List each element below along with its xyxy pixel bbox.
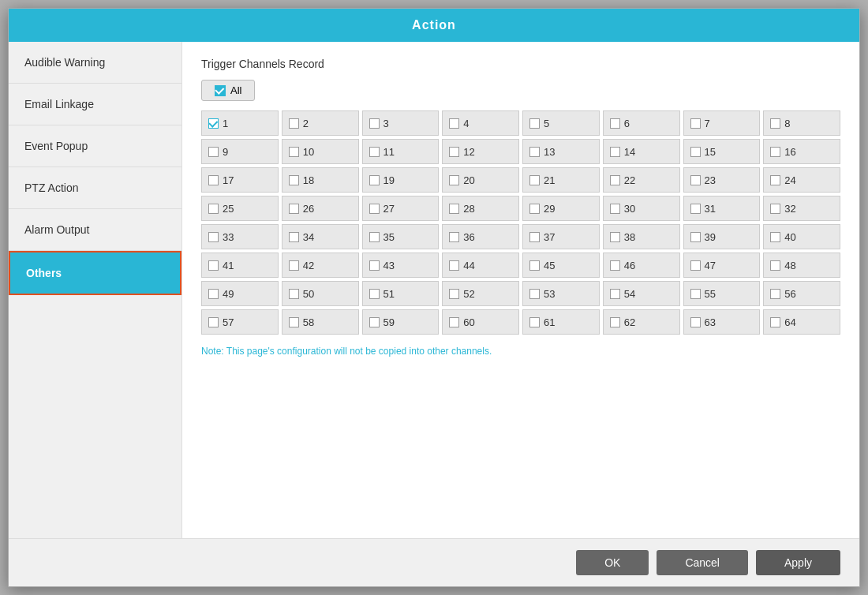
channel-checkbox-63[interactable] (690, 317, 701, 327)
channel-checkbox-12[interactable] (449, 147, 459, 157)
channel-cell-23[interactable]: 23 (683, 167, 761, 193)
channel-cell-42[interactable]: 42 (282, 253, 359, 278)
channel-checkbox-25[interactable] (208, 204, 219, 214)
channel-checkbox-21[interactable] (529, 175, 540, 185)
channel-cell-61[interactable]: 61 (522, 309, 600, 335)
apply-button[interactable]: Apply (756, 550, 840, 575)
channel-checkbox-50[interactable] (289, 289, 299, 299)
channel-cell-38[interactable]: 38 (603, 224, 680, 249)
channel-checkbox-23[interactable] (690, 175, 701, 185)
channel-cell-44[interactable]: 44 (442, 253, 519, 278)
channel-cell-16[interactable]: 16 (763, 139, 840, 164)
channel-checkbox-42[interactable] (289, 260, 299, 271)
channel-cell-43[interactable]: 43 (362, 253, 440, 278)
channel-checkbox-64[interactable] (770, 317, 780, 327)
channel-checkbox-60[interactable] (449, 317, 459, 327)
channel-cell-34[interactable]: 34 (282, 224, 359, 249)
channel-checkbox-19[interactable] (369, 175, 380, 185)
channel-checkbox-47[interactable] (690, 260, 701, 271)
channel-cell-63[interactable]: 63 (683, 309, 761, 335)
channel-cell-32[interactable]: 32 (763, 196, 840, 221)
channel-checkbox-29[interactable] (529, 204, 540, 214)
channel-cell-6[interactable]: 6 (603, 110, 680, 136)
channel-cell-31[interactable]: 31 (683, 196, 761, 221)
channel-checkbox-37[interactable] (529, 232, 540, 242)
all-checkbox[interactable] (215, 85, 226, 96)
channel-cell-3[interactable]: 3 (362, 110, 440, 136)
channel-checkbox-13[interactable] (529, 147, 540, 157)
channel-cell-13[interactable]: 13 (522, 139, 600, 164)
channel-cell-15[interactable]: 15 (683, 139, 761, 164)
channel-cell-50[interactable]: 50 (282, 281, 359, 306)
channel-cell-52[interactable]: 52 (442, 281, 519, 306)
channel-cell-25[interactable]: 25 (201, 196, 279, 221)
channel-checkbox-36[interactable] (449, 232, 459, 242)
channel-cell-8[interactable]: 8 (763, 110, 840, 136)
channel-checkbox-52[interactable] (449, 289, 459, 299)
channel-cell-54[interactable]: 54 (603, 281, 680, 306)
channel-checkbox-17[interactable] (208, 175, 219, 185)
channel-checkbox-18[interactable] (289, 175, 299, 185)
channel-cell-58[interactable]: 58 (282, 309, 359, 335)
channel-checkbox-6[interactable] (610, 118, 620, 129)
channel-checkbox-15[interactable] (690, 147, 701, 157)
channel-cell-20[interactable]: 20 (442, 167, 519, 193)
channel-checkbox-5[interactable] (529, 118, 540, 129)
channel-checkbox-30[interactable] (610, 204, 620, 214)
channel-checkbox-9[interactable] (208, 147, 219, 157)
channel-cell-4[interactable]: 4 (442, 110, 519, 136)
sidebar-item-event-popup[interactable]: Event Popup (9, 125, 181, 167)
channel-cell-62[interactable]: 62 (603, 309, 680, 335)
channel-cell-18[interactable]: 18 (282, 167, 359, 193)
channel-cell-39[interactable]: 39 (683, 224, 761, 249)
channel-cell-26[interactable]: 26 (282, 196, 359, 221)
channel-cell-40[interactable]: 40 (763, 224, 840, 249)
channel-cell-47[interactable]: 47 (683, 253, 761, 278)
channel-cell-60[interactable]: 60 (442, 309, 519, 335)
channel-checkbox-28[interactable] (449, 204, 459, 214)
channel-cell-59[interactable]: 59 (362, 309, 440, 335)
channel-cell-27[interactable]: 27 (362, 196, 440, 221)
channel-checkbox-32[interactable] (770, 204, 780, 214)
channel-checkbox-40[interactable] (770, 232, 780, 242)
channel-checkbox-31[interactable] (690, 204, 701, 214)
channel-cell-30[interactable]: 30 (603, 196, 680, 221)
channel-cell-17[interactable]: 17 (201, 167, 279, 193)
channel-cell-51[interactable]: 51 (362, 281, 440, 306)
channel-cell-46[interactable]: 46 (603, 253, 680, 278)
channel-checkbox-54[interactable] (610, 289, 620, 299)
channel-cell-12[interactable]: 12 (442, 139, 519, 164)
channel-checkbox-3[interactable] (369, 118, 380, 129)
channel-checkbox-26[interactable] (289, 204, 299, 214)
channel-cell-28[interactable]: 28 (442, 196, 519, 221)
sidebar-item-email-linkage[interactable]: Email Linkage (9, 84, 181, 125)
channel-checkbox-11[interactable] (369, 147, 380, 157)
channel-checkbox-43[interactable] (369, 260, 380, 271)
sidebar-item-ptz-action[interactable]: PTZ Action (9, 167, 181, 209)
channel-cell-57[interactable]: 57 (201, 309, 279, 335)
channel-checkbox-22[interactable] (610, 175, 620, 185)
channel-checkbox-46[interactable] (610, 260, 620, 271)
all-button[interactable]: All (201, 80, 255, 101)
channel-cell-2[interactable]: 2 (282, 110, 359, 136)
channel-cell-53[interactable]: 53 (522, 281, 600, 306)
channel-checkbox-20[interactable] (449, 175, 459, 185)
channel-cell-37[interactable]: 37 (522, 224, 600, 249)
channel-checkbox-51[interactable] (369, 289, 380, 299)
ok-button[interactable]: OK (576, 550, 649, 575)
channel-cell-14[interactable]: 14 (603, 139, 680, 164)
channel-cell-29[interactable]: 29 (522, 196, 600, 221)
channel-checkbox-14[interactable] (610, 147, 620, 157)
channel-cell-7[interactable]: 7 (683, 110, 761, 136)
channel-checkbox-48[interactable] (770, 260, 780, 271)
channel-checkbox-33[interactable] (208, 232, 219, 242)
channel-cell-45[interactable]: 45 (522, 253, 600, 278)
channel-cell-56[interactable]: 56 (763, 281, 840, 306)
sidebar-item-alarm-output[interactable]: Alarm Output (9, 209, 181, 251)
channel-checkbox-41[interactable] (208, 260, 219, 271)
channel-checkbox-24[interactable] (770, 175, 780, 185)
channel-checkbox-10[interactable] (289, 147, 299, 157)
channel-checkbox-56[interactable] (770, 289, 780, 299)
channel-checkbox-62[interactable] (610, 317, 620, 327)
channel-checkbox-44[interactable] (449, 260, 459, 271)
